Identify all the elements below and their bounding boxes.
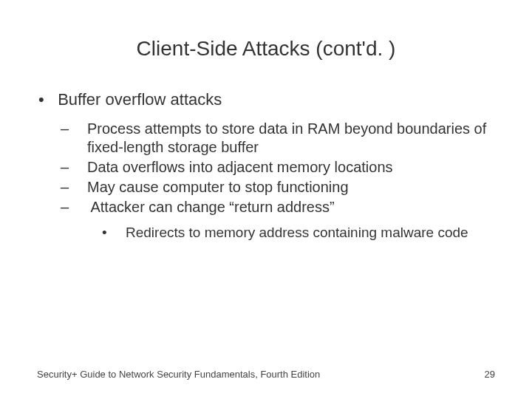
list-item: Process attempts to store data in RAM be… <box>74 120 495 157</box>
bullet-list-level3: Redirects to memory address containing m… <box>87 224 495 242</box>
slide-title: Client-Side Attacks (cont'd. ) <box>37 37 495 61</box>
list-item: Attacker can change “return address” Red… <box>74 198 495 242</box>
list-item: Data overflows into adjacent memory loca… <box>74 158 495 177</box>
bullet-text: May cause computer to stop functioning <box>87 179 349 195</box>
list-item: Buffer overflow attacks Process attempts… <box>41 90 495 242</box>
slide: Client-Side Attacks (cont'd. ) Buffer ov… <box>0 0 532 399</box>
bullet-text: Redirects to memory address containing m… <box>126 225 468 240</box>
slide-footer: Security+ Guide to Network Security Fund… <box>37 369 495 380</box>
slide-content: Buffer overflow attacks Process attempts… <box>37 90 495 242</box>
bullet-list-level1: Buffer overflow attacks Process attempts… <box>41 90 495 242</box>
footer-source: Security+ Guide to Network Security Fund… <box>37 369 320 380</box>
bullet-text: Data overflows into adjacent memory loca… <box>87 159 393 175</box>
list-item: May cause computer to stop functioning <box>74 178 495 197</box>
bullet-text: Attacker can change “return address” <box>90 199 334 215</box>
bullet-list-level2: Process attempts to store data in RAM be… <box>41 120 495 242</box>
bullet-text: Buffer overflow attacks <box>58 90 222 109</box>
page-number: 29 <box>485 369 495 380</box>
list-item: Redirects to memory address containing m… <box>114 224 495 242</box>
bullet-text: Process attempts to store data in RAM be… <box>87 120 486 155</box>
